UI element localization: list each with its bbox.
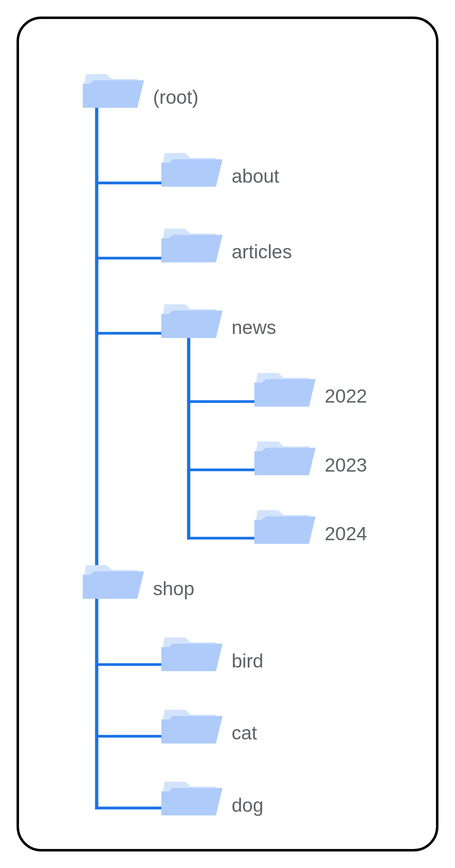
folder-label-2023: 2023: [325, 455, 367, 475]
folder-label-root: (root): [153, 88, 199, 107]
folder-label-bird: bird: [232, 651, 263, 670]
folder-label-news: news: [232, 318, 276, 337]
folder-label-2024: 2024: [325, 524, 367, 543]
folder-icon: [160, 780, 223, 817]
folder-icon: [160, 303, 223, 339]
folder-icon: [82, 564, 144, 600]
folder-label-articles: articles: [232, 242, 292, 261]
folder-icon: [254, 509, 316, 545]
folder-label-cat: cat: [232, 723, 257, 742]
folder-icon: [254, 440, 316, 477]
folder-label-about: about: [232, 167, 279, 186]
folder-icon: [160, 708, 223, 745]
folder-icon: [82, 73, 144, 109]
folder-icon: [160, 636, 223, 672]
connector-canvas: [19, 19, 436, 849]
diagram-frame: (root) about articles news 2022 2023 202…: [17, 17, 438, 851]
folder-icon: [160, 152, 223, 188]
folder-icon: [160, 227, 223, 264]
folder-label-dog: dog: [232, 796, 263, 815]
folder-icon: [254, 372, 316, 408]
folder-label-shop: shop: [153, 579, 194, 598]
folder-label-2022: 2022: [325, 386, 367, 405]
